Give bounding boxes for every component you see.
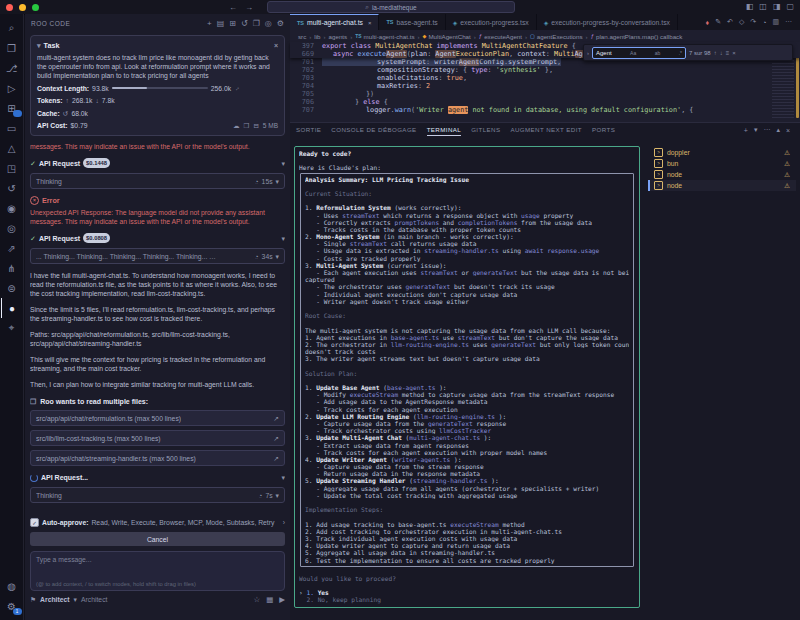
message-input[interactable]: Type a message... (@ to add context, / t…	[30, 551, 285, 591]
whole-word-icon[interactable]: ab	[655, 50, 661, 56]
more-actions-icon[interactable]: ⋯	[785, 18, 792, 26]
expand-icon[interactable]: ↔	[232, 83, 243, 94]
checkbox-checked-icon[interactable]: ✓	[30, 518, 39, 527]
nav-forward-icon[interactable]: ↷	[750, 18, 756, 26]
copy-icon[interactable]: ❐	[244, 121, 250, 130]
thinking-box[interactable]: ... Thinking... Thinking... Thinking... …	[30, 248, 285, 264]
trash-icon[interactable]: ⊟	[253, 121, 258, 130]
breadcrumb-item[interactable]: ◆MultiAgentChat	[423, 33, 471, 40]
cloud-icon[interactable]: ☁	[233, 121, 240, 130]
terminal-list-item-node[interactable]: >node⚠	[648, 180, 796, 191]
enhance-prompt-icon[interactable]: ☆	[253, 595, 260, 604]
account-icon[interactable]: ◎	[265, 19, 272, 28]
share-icon[interactable]: ⇗	[2, 238, 22, 258]
history-icon[interactable]: ↺	[2, 178, 22, 198]
history-icon[interactable]: ↺	[241, 19, 248, 28]
close-find-icon[interactable]: ×	[732, 50, 736, 56]
settings-gear-icon[interactable]: ⚙1	[2, 596, 22, 616]
auto-approve-row[interactable]: ✓ Auto-approve: Read, Write, Execute, Br…	[30, 518, 285, 527]
close-task-icon[interactable]: ×	[274, 41, 278, 50]
code-line-707[interactable]: 707logger.warn('Writer agent not found i…	[290, 106, 800, 114]
chevron-down-icon[interactable]: ▾	[276, 177, 279, 186]
open-file-icon[interactable]: ↗	[273, 414, 279, 423]
breadcrumb-item[interactable]: lib	[314, 33, 320, 40]
tab-execution-progress-by-conversation.tsx[interactable]: ◈execution-progress-by-conversation.tsx	[537, 14, 678, 30]
nav-forward-icon[interactable]: →	[245, 3, 253, 12]
code-line-706[interactable]: 706} else {	[290, 98, 800, 106]
open-file-icon[interactable]: ↗	[273, 434, 279, 443]
docker-icon[interactable]: ◳	[2, 158, 22, 178]
thinking-box[interactable]: Thinking ◔ 15s ▾	[30, 173, 285, 189]
panel-tab-augment-next-edit[interactable]: AUGMENT NEXT EDIT	[510, 126, 582, 136]
api-request-pending-row[interactable]: API Request... ▾	[30, 473, 285, 482]
toggle-secondary-sidebar-icon[interactable]: ◨	[773, 2, 781, 11]
chevron-down-icon[interactable]: ▾	[281, 473, 285, 482]
send-icon[interactable]: ▶	[279, 595, 285, 604]
chevron-right-icon[interactable]: ›	[283, 519, 285, 526]
roo-pin-icon[interactable]: ♦	[706, 19, 710, 26]
breadcrumb-item[interactable]: ▢agentExecutions	[530, 33, 583, 40]
compare-changes-icon[interactable]: ◇	[739, 18, 744, 26]
file-read-row[interactable]: src/lib/llm-cost-tracking.ts (max 500 li…	[30, 430, 285, 446]
zoom-window-icon[interactable]	[32, 4, 39, 11]
open-file-icon[interactable]: ↗	[273, 454, 279, 463]
expand-replace-icon[interactable]: ›	[587, 50, 589, 56]
close-window-icon[interactable]	[6, 4, 13, 11]
chevron-down-icon[interactable]: ▾	[276, 491, 279, 500]
terminal-list-item-bun[interactable]: >bun⚠	[648, 158, 796, 169]
minimize-window-icon[interactable]	[19, 4, 26, 11]
close-panel-icon[interactable]: ×	[786, 126, 790, 134]
gitlens-icon[interactable]: ◎	[2, 218, 22, 238]
tab-base-agent.ts[interactable]: TSbase-agent.ts	[379, 14, 445, 30]
edit-icon[interactable]: ✎	[715, 18, 721, 26]
tab-close-icon[interactable]: ×	[368, 20, 372, 26]
api-profile-selector[interactable]: Architect	[81, 596, 107, 603]
breadcrumb-item[interactable]: agents	[329, 33, 348, 40]
code-line-704[interactable]: 704maxRetries: 2	[290, 82, 800, 90]
search-icon[interactable]: ⌕	[2, 18, 22, 38]
tab-multi-agent-chat.ts[interactable]: TSmulti-agent-chat.ts×	[290, 14, 379, 30]
terminal-list-item-node[interactable]: >node⚠	[648, 169, 796, 180]
maximize-panel-icon[interactable]: ▴	[776, 126, 780, 134]
thinking-box[interactable]: Thinking ◔ 7s ▾	[30, 487, 285, 503]
mcp-icon[interactable]: ⊞	[229, 19, 236, 28]
nav-back-icon[interactable]: ←	[229, 3, 237, 12]
hierarchy-icon[interactable]: ⋔	[2, 258, 22, 278]
panel-tab-console-de-débogage[interactable]: CONSOLE DE DÉBOGAGE	[331, 126, 416, 136]
chevron-down-icon[interactable]: ▾	[281, 159, 285, 168]
more-icon[interactable]: ⋯	[763, 126, 770, 134]
breadcrumb-item[interactable]: ƒplan.agentPlans.map() callback	[591, 33, 683, 40]
settings-icon[interactable]: ⚙	[277, 19, 284, 28]
roo-code-icon[interactable]: ●	[1, 298, 22, 318]
breadcrumb-item[interactable]: ƒexecuteAgent	[479, 33, 522, 40]
code-line-705[interactable]: 705})	[290, 90, 800, 98]
split-editor-icon[interactable]: ▥	[772, 18, 779, 26]
file-read-row[interactable]: src/app/api/chat/streaming-handler.ts (m…	[30, 450, 285, 466]
panel-tab-ports[interactable]: PORTS	[592, 126, 615, 136]
testing-icon[interactable]: △	[2, 138, 22, 158]
explorer-icon[interactable]: ❐	[2, 38, 22, 58]
scan-icon[interactable]: ⌖	[2, 318, 22, 338]
breadcrumb-item[interactable]: src	[298, 33, 306, 40]
panel-tab-terminal[interactable]: TERMINAL	[427, 126, 462, 136]
next-match-icon[interactable]: ↓	[720, 50, 723, 56]
api-request-row[interactable]: ✓ API Request $0.1448 ▾	[30, 158, 285, 168]
breadcrumb-item[interactable]: TSmulti-agent-chat.ts	[355, 33, 414, 40]
terminal-dropdown-icon[interactable]: ▾	[754, 126, 758, 134]
new-terminal-icon[interactable]: +	[744, 126, 748, 134]
database-icon[interactable]: ⊜	[2, 278, 22, 298]
marketplace-icon[interactable]: ▤	[217, 19, 225, 28]
mode-selector[interactable]: Architect	[40, 596, 69, 603]
code-line-702[interactable]: 702compositionStrategy: { type: 'synthes…	[290, 66, 800, 74]
code-line-703[interactable]: 703enableCitations: true,	[290, 74, 800, 82]
api-request-row[interactable]: ✓ API Request $0.0808 ▾	[30, 233, 285, 243]
toggle-panel-icon[interactable]: ◫	[759, 2, 767, 11]
chevron-down-icon[interactable]: ▾	[276, 252, 279, 261]
timeline-icon[interactable]: ◔	[762, 19, 766, 26]
terminal-output[interactable]: Ready to code? Here is Claude's plan: An…	[294, 146, 640, 608]
terminal-list-item-doppler[interactable]: >doppler⚠	[648, 147, 796, 158]
panel-tab-sortie[interactable]: SORTIE	[296, 126, 321, 136]
run-debug-icon[interactable]: ▷	[2, 78, 22, 98]
regex-icon[interactable]: .*	[679, 50, 682, 56]
add-image-icon[interactable]: ▦	[266, 595, 273, 604]
